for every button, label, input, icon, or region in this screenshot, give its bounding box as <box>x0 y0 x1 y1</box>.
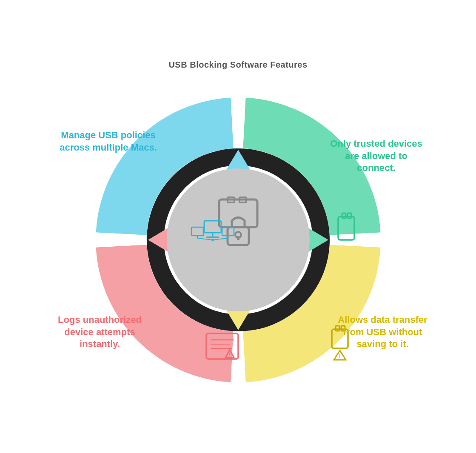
label-bottom-left: Logs unauthorized device attempts instan… <box>51 314 149 350</box>
page-title: USB Blocking Software Features <box>168 60 307 70</box>
svg-text:!: ! <box>339 353 340 359</box>
svg-point-15 <box>211 239 214 241</box>
svg-rect-8 <box>206 236 219 238</box>
svg-rect-5 <box>237 236 239 240</box>
label-top-right: Only trusted devices are allowed to conn… <box>328 138 425 174</box>
diagram-wrapper: ! ! Manage USB policies across multiple … <box>85 87 391 393</box>
label-bottom-right: Allows data transfer from USB without sa… <box>332 314 434 350</box>
svg-text:!: ! <box>229 352 231 358</box>
label-top-left: Manage USB policies across multiple Macs… <box>60 129 157 154</box>
